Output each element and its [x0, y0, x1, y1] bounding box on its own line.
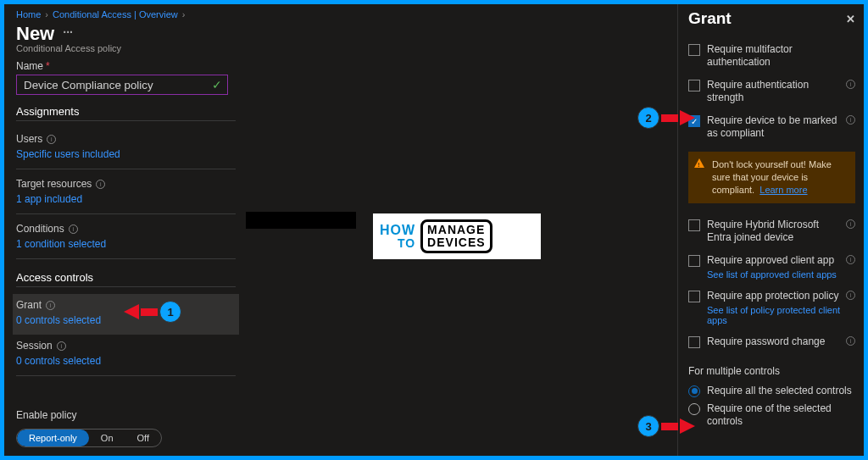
info-icon[interactable]: i [846, 336, 855, 346]
arrow-stem [661, 423, 678, 430]
chevron-right-icon: › [182, 9, 186, 19]
info-icon[interactable]: i [846, 219, 855, 229]
page-title: New [16, 23, 54, 45]
arrow-stem [661, 114, 678, 122]
chk-require-mfa[interactable] [688, 44, 700, 56]
enable-policy-label: Enable policy [16, 409, 236, 421]
chk-app-protection[interactable] [688, 291, 700, 302]
callout-3: 3 [637, 415, 695, 437]
close-icon[interactable]: ✕ [846, 13, 855, 25]
info-icon[interactable]: i [46, 301, 55, 310]
info-icon[interactable]: i [846, 255, 855, 264]
access-controls-header: Access controls [16, 271, 236, 287]
lbl-hybrid-joined: Require Hybrid Microsoft Entra joined de… [707, 219, 839, 244]
callout-2: 2 [637, 107, 695, 129]
conditions-value-link[interactable]: 1 condition selected [16, 238, 236, 250]
info-icon[interactable]: i [47, 135, 56, 144]
breadcrumb-conditional-access[interactable]: Conditional Access | Overview [53, 9, 178, 19]
required-indicator: * [46, 60, 50, 72]
target-resources-value-link[interactable]: 1 app included [16, 193, 236, 205]
checkmark-icon: ✓ [212, 78, 222, 91]
redaction-bar [246, 212, 356, 229]
logo-how: HOW [380, 224, 415, 237]
lbl-require-all: Require all the selected controls [707, 385, 852, 397]
radio-require-all[interactable] [688, 385, 700, 397]
grant-panel-title: Grant [688, 9, 732, 28]
lbl-require-compliant: Require device to be marked as compliant [707, 114, 839, 140]
name-label: Name [16, 60, 43, 72]
arrow-right-icon [680, 418, 695, 434]
policy-name-input[interactable] [16, 75, 228, 95]
lbl-app-protection: Require app protection policy [707, 290, 839, 302]
lbl-require-one: Require one of the selected controls [707, 402, 855, 428]
lbl-require-mfa: Require multifactor authentication [707, 43, 855, 69]
session-value-link[interactable]: 0 controls selected [16, 355, 236, 367]
app-protection-link[interactable]: See list of policy protected client apps [707, 305, 855, 325]
callout-number: 3 [637, 415, 659, 437]
info-icon[interactable]: i [846, 115, 855, 125]
multiple-controls-label: For multiple controls [688, 365, 855, 377]
chevron-right-icon: › [45, 9, 48, 19]
assignments-header: Assignments [16, 105, 236, 121]
arrow-right-icon [680, 110, 695, 125]
callout-1: 1 [124, 301, 181, 323]
warning-icon-exclaim: ! [698, 161, 700, 170]
conditions-label: Conditions [16, 223, 64, 235]
arrow-left-icon [124, 304, 139, 319]
info-icon[interactable]: i [69, 224, 78, 234]
lbl-auth-strength: Require authentication strength [707, 79, 839, 104]
info-icon[interactable]: i [96, 180, 105, 189]
enable-off[interactable]: Off [125, 430, 161, 446]
warning-learn-more-link[interactable]: Learn more [760, 185, 807, 195]
approved-apps-link[interactable]: See list of approved client apps [707, 269, 855, 280]
info-icon[interactable]: i [846, 80, 855, 89]
enable-on[interactable]: On [89, 430, 125, 446]
enable-report-only[interactable]: Report-only [17, 430, 89, 446]
howtomanagedevices-logo: HOW TO MANAGE DEVICES [373, 213, 541, 259]
session-label: Session [16, 340, 53, 352]
chk-auth-strength[interactable] [688, 80, 700, 91]
policy-form-pane: Home › Conditional Access | Overview › N… [4, 4, 246, 456]
enable-policy-toggle[interactable]: Report-only On Off [16, 429, 162, 447]
logo-manage: MANAGE [427, 224, 485, 236]
grant-label: Grant [16, 299, 42, 311]
page-subtitle: Conditional Access policy [16, 43, 236, 53]
arrow-stem [141, 308, 158, 316]
more-icon[interactable]: ··· [63, 25, 73, 42]
chk-hybrid-joined[interactable] [688, 219, 700, 231]
info-icon[interactable]: i [57, 341, 66, 351]
breadcrumb-home[interactable]: Home [16, 9, 41, 19]
users-value-link[interactable]: Specific users included [16, 148, 236, 160]
radio-require-one[interactable] [688, 403, 700, 415]
breadcrumb: Home › Conditional Access | Overview › [16, 9, 236, 19]
lockout-warning: ! Don't lock yourself out! Make sure tha… [688, 152, 855, 203]
logo-to: TO [398, 237, 415, 249]
callout-number: 1 [159, 301, 181, 323]
target-resources-label: Target resources [16, 178, 92, 190]
users-label: Users [16, 133, 42, 145]
chk-password-change[interactable] [688, 336, 700, 348]
lbl-password-change: Require password change [707, 335, 839, 348]
lbl-approved-app: Require approved client app [707, 254, 839, 267]
grant-panel: Grant ✕ Require multifactor authenticati… [677, 4, 864, 456]
callout-number: 2 [637, 107, 659, 129]
logo-devices: DEVICES [427, 236, 485, 249]
info-icon[interactable]: i [846, 291, 855, 300]
chk-approved-app[interactable] [688, 255, 700, 267]
